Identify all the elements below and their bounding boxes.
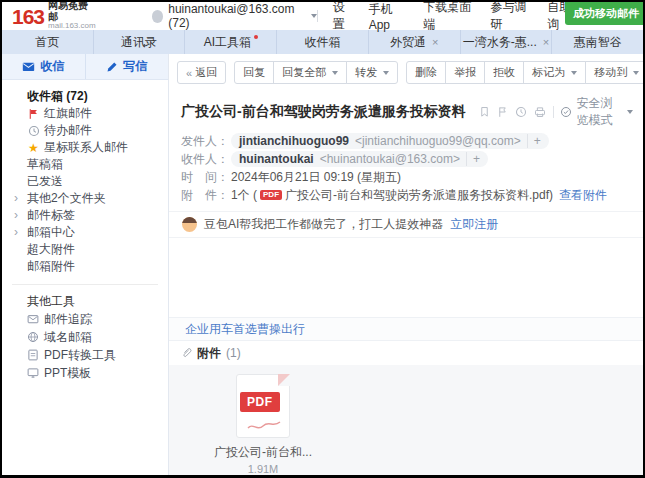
- reply-button-group: 回复 回复全部 转发: [234, 61, 398, 84]
- add-contact-button[interactable]: +: [527, 134, 541, 148]
- sidebar-item-drafts[interactable]: 草稿箱: [2, 156, 168, 173]
- content-area: 收信 写信 收件箱 (72) 红旗邮件 待办邮件: [2, 54, 643, 475]
- pdf-thumbnail[interactable]: PDF: [236, 374, 290, 438]
- delete-button[interactable]: 删除: [406, 61, 446, 84]
- attachment-file-name: 广投公司-前台和...: [207, 444, 319, 461]
- sidebar-item-domain-mail[interactable]: 域名邮箱: [2, 328, 168, 346]
- subject-action-icons: [479, 106, 546, 118]
- attachment-summary-row: 附 件： 1个 ( PDF 广投公司-前台和驾驶岗劳务派遣服务投标资料.pdf …: [181, 186, 643, 204]
- reject-button[interactable]: 拒收: [484, 61, 524, 84]
- sidebar-item-sent[interactable]: 已发送: [2, 173, 168, 190]
- mail-tracking-icon: [27, 313, 39, 325]
- sidebar-divider: [12, 284, 158, 285]
- safe-browsing-mode[interactable]: 安全浏览模式: [560, 95, 633, 129]
- other-tools-title: 其他工具: [2, 293, 168, 310]
- doubao-ai-banner: 豆包AI帮我把工作都做完了，打工人提效神器 立即注册: [169, 211, 643, 238]
- tab-contacts[interactable]: 通讯录: [94, 30, 186, 54]
- paperclip-icon: [181, 347, 192, 359]
- from-contact-chip[interactable]: jintianchihuoguo99 <jintianchihuoguo99@q…: [231, 133, 549, 149]
- nav-mobile-app[interactable]: 手机App: [369, 1, 409, 32]
- close-tab-icon[interactable]: ×: [543, 37, 549, 48]
- subject-row: 广投公司-前台和驾驶岗劳务派遣服务投标资料 安全浏览模式: [169, 90, 643, 132]
- chevron-down-icon: [627, 110, 633, 114]
- sidebar-item-mail-labels[interactable]: ›邮件标签: [2, 207, 168, 224]
- reply-button[interactable]: 回复: [234, 61, 274, 84]
- tab-mail-yiwan[interactable]: 一湾水务-惠...×: [461, 30, 553, 54]
- success-toast: 成功移动邮件: [565, 2, 643, 25]
- tab-ai-toolbox[interactable]: AI工具箱: [185, 30, 277, 54]
- compose-row: 收信 写信: [2, 54, 168, 80]
- move-to-button[interactable]: 移动到: [585, 61, 645, 84]
- time-row: 时 间： 2024年06月21日 09:19 (星期五): [181, 168, 643, 186]
- nav-survey[interactable]: 参与调研: [490, 0, 532, 33]
- to-contact-chip[interactable]: huinantoukai <huinantoukai@163.com> +: [231, 151, 488, 167]
- account-menu[interactable]: huinantoukai@163.com (72): [152, 2, 317, 30]
- tab-inbox[interactable]: 收件箱: [277, 30, 369, 54]
- attachments-area: PDF 广投公司-前台和... 1.91M: [169, 365, 643, 475]
- netease-logo[interactable]: 163 网易免费邮 mail.163.com: [12, 1, 96, 30]
- attachments-count: (1): [226, 346, 241, 360]
- logo-product-name: 网易免费邮: [48, 1, 96, 22]
- attachment-label: 附 件：: [181, 187, 229, 204]
- attachment-card[interactable]: PDF 广投公司-前台和... 1.91M: [207, 374, 319, 475]
- chevron-right-icon: ›: [14, 207, 18, 224]
- chevron-right-icon: ›: [14, 224, 18, 241]
- tab-home[interactable]: 首页: [2, 30, 94, 54]
- new-badge-dot: [254, 35, 258, 39]
- doubao-avatar-icon: [182, 217, 197, 232]
- sidebar-item-todo-mail[interactable]: 待办邮件: [2, 122, 168, 139]
- flag-icon[interactable]: [497, 106, 508, 118]
- register-now-link[interactable]: 立即注册: [450, 216, 498, 233]
- reply-all-button[interactable]: 回复全部: [273, 61, 347, 84]
- mail-reading-pane: «返回 回复 回复全部 转发 删除 举报 拒收 标记为 移动到 广投公司-前台和…: [169, 54, 643, 475]
- to-row: 收件人： huinantoukai <huinantoukai@163.com>…: [181, 150, 643, 168]
- close-tab-icon[interactable]: ×: [432, 37, 438, 48]
- tab-mail-huinan[interactable]: 惠南智谷: [552, 30, 643, 54]
- sidebar-item-mail-tracking[interactable]: 邮件追踪: [2, 310, 168, 328]
- mark-as-button[interactable]: 标记为: [523, 61, 586, 84]
- forward-button[interactable]: 转发: [346, 61, 398, 84]
- receive-mail-button[interactable]: 收信: [2, 54, 86, 79]
- chevron-down-icon: [332, 71, 338, 75]
- sidebar-item-mail-center[interactable]: ›邮箱中心: [2, 224, 168, 241]
- sidebar-item-large-attachments[interactable]: 超大附件: [2, 241, 168, 258]
- report-button[interactable]: 举报: [445, 61, 485, 84]
- nav-desktop-download[interactable]: 下载桌面端: [423, 0, 475, 33]
- caocao-travel-link[interactable]: 企业用车首选曹操出行: [185, 321, 305, 338]
- sidebar-item-ppt-templates[interactable]: PPT模板: [2, 364, 168, 382]
- sidebar-item-red-flag-mail[interactable]: 红旗邮件: [2, 105, 168, 122]
- sidebar-item-other-folders[interactable]: ›其他2个文件夹: [2, 190, 168, 207]
- chevron-down-icon: [571, 71, 577, 75]
- chevron-right-icon: ›: [14, 190, 18, 207]
- nav-settings[interactable]: 设置: [333, 0, 354, 33]
- attachments-header: 附件 (1): [169, 340, 643, 365]
- mail-subject: 广投公司-前台和驾驶岗劳务派遣服务投标资料: [181, 103, 466, 121]
- actions-button-group: 删除 举报 拒收 标记为 移动到: [406, 61, 645, 84]
- top-header: 163 网易免费邮 mail.163.com huinantoukai@163.…: [2, 2, 643, 30]
- printer-icon[interactable]: [534, 106, 546, 118]
- from-label: 发件人：: [181, 133, 229, 150]
- sidebar-item-starred-contacts-mail[interactable]: ★ 星标联系人邮件: [2, 139, 168, 156]
- bookmark-icon[interactable]: [479, 106, 490, 118]
- tab-foreign-trade[interactable]: 外贸通×: [369, 30, 461, 54]
- back-button[interactable]: «返回: [177, 61, 226, 84]
- mail-app-window: 163 网易免费邮 mail.163.com huinantoukai@163.…: [0, 0, 645, 478]
- ppt-template-icon: [27, 367, 39, 379]
- pencil-icon: [106, 61, 118, 73]
- view-attachment-link[interactable]: 查看附件: [559, 187, 607, 204]
- write-mail-button[interactable]: 写信: [86, 54, 169, 79]
- pdf-badge: PDF: [240, 392, 280, 412]
- account-email: huinantoukai@163.com (72): [168, 2, 303, 30]
- sidebar-item-inbox[interactable]: 收件箱 (72): [2, 88, 168, 105]
- star-icon: ★: [27, 141, 40, 154]
- add-contact-button[interactable]: +: [466, 152, 480, 166]
- signature-squiggle: [246, 420, 282, 432]
- attachment-file-size: 1.91M: [207, 463, 319, 475]
- sidebar-item-mail-attachments[interactable]: 邮箱附件: [2, 258, 168, 275]
- time-label: 时 间：: [181, 169, 229, 186]
- banner-text: 豆包AI帮我把工作都做完了，打工人提效神器: [204, 216, 443, 233]
- mail-meta: 发件人： jintianchihuoguo99 <jintianchihuogu…: [169, 132, 643, 204]
- double-chevron-left-icon: «: [186, 67, 192, 79]
- sidebar-item-pdf-converter[interactable]: PDF转换工具: [2, 346, 168, 364]
- clock-icon[interactable]: [515, 106, 527, 118]
